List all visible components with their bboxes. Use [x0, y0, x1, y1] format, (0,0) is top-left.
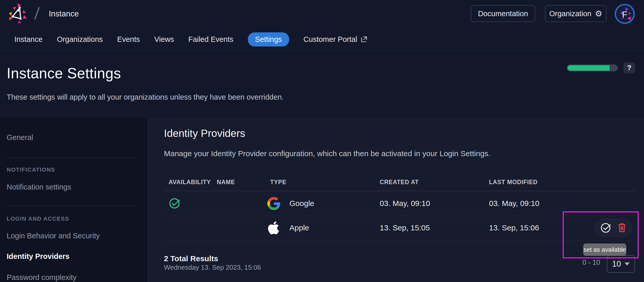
section-heading: Identity Providers — [164, 127, 245, 139]
tab-settings[interactable]: Settings — [248, 32, 289, 46]
available-check-icon — [169, 197, 181, 209]
sidebar-group-login-and-access: LOGIN AND ACCESS — [7, 215, 69, 222]
last-modified-cell: 13. Sep, 15:06 — [489, 223, 539, 232]
organization-button-label: Organization — [549, 10, 591, 18]
zitadel-console: { "topbar": { "breadcrumb": "Instance", … — [0, 0, 644, 282]
sidebar-item-notification-settings[interactable]: Notification settings — [7, 183, 71, 191]
identity-providers-panel: Identity Providers Manage your Identity … — [148, 117, 644, 282]
table-row-apple[interactable]: Apple 13. Sep, 15:05 13. Sep, 15:06 — [164, 216, 636, 240]
page-title: Instance Settings — [7, 65, 121, 82]
tab-events[interactable]: Events — [117, 35, 140, 44]
tab-views-label: Views — [154, 35, 174, 44]
apple-logo-icon — [268, 220, 279, 235]
tab-failed-events-label: Failed Events — [188, 35, 233, 44]
table-row-google[interactable]: Google 03. May, 09:10 03. May, 09:10 — [164, 191, 636, 216]
zitadel-logo-icon[interactable] — [7, 3, 28, 24]
type-cell: Google — [289, 199, 314, 208]
col-last-modified: LAST MODIFIED — [489, 179, 538, 186]
sidebar-divider — [7, 205, 136, 206]
delete-icon — [617, 223, 627, 233]
external-link-icon — [361, 36, 367, 43]
col-type: TYPE — [270, 179, 286, 186]
sidebar-divider — [7, 157, 136, 158]
last-modified-cell: 03. May, 09:10 — [489, 199, 539, 208]
set-available-icon — [600, 222, 612, 233]
set-available-tooltip: set as available — [583, 243, 626, 256]
page-subtitle: These settings will apply to all your or… — [7, 93, 284, 101]
tab-customer-portal-label: Customer Portal — [304, 35, 357, 44]
documentation-button-label: Documentation — [478, 10, 528, 18]
settings-sidebar: General NOTIFICATIONS Notification setti… — [0, 117, 148, 282]
quota-progress-fill — [568, 65, 610, 71]
dropdown-caret-icon — [625, 262, 630, 266]
help-button-label: ? — [627, 64, 631, 72]
results-timestamp: Wednesday 13. Sep 2023, 15:06 — [164, 264, 261, 271]
created-at-cell: 03. May, 09:10 — [380, 199, 430, 208]
tab-customer-portal[interactable]: Customer Portal — [304, 35, 368, 44]
pagination-range: 0 - 10 — [582, 259, 600, 267]
tab-failed-events[interactable]: Failed Events — [188, 35, 233, 44]
total-results: 2 Total Results — [164, 254, 218, 263]
google-logo-icon — [267, 197, 280, 210]
sidebar-item-login-behavior[interactable]: Login Behavior and Security — [7, 232, 100, 240]
col-created-at: CREATED AT — [380, 179, 419, 186]
tab-views[interactable]: Views — [154, 35, 174, 44]
page-size-dropdown[interactable]: 10 — [607, 255, 635, 273]
delete-button[interactable] — [617, 223, 627, 233]
tab-instance[interactable]: Instance — [14, 35, 43, 44]
section-description: Manage your Identity Provider configurat… — [164, 149, 490, 158]
created-at-cell: 13. Sep, 15:05 — [380, 223, 430, 232]
quota-progress-bar — [567, 64, 618, 71]
gear-icon: ⚙ — [595, 10, 602, 18]
sidebar-item-general[interactable]: General — [7, 133, 33, 142]
avatar-initial: F — [616, 10, 633, 20]
set-available-button[interactable] — [600, 222, 612, 233]
row-actions — [595, 219, 632, 237]
tooltip-text: set as available — [583, 246, 626, 253]
tab-organizations[interactable]: Organizations — [57, 35, 103, 44]
tab-events-label: Events — [117, 35, 140, 44]
user-avatar[interactable]: F — [615, 4, 635, 24]
sidebar-item-identity-providers[interactable]: Identity Providers — [7, 252, 70, 261]
documentation-button[interactable]: Documentation — [471, 5, 535, 22]
organization-button[interactable]: Organization ⚙ — [545, 5, 607, 22]
help-button[interactable]: ? — [623, 62, 635, 73]
tab-organizations-label: Organizations — [57, 35, 103, 44]
page-size-value: 10 — [612, 259, 621, 269]
type-cell: Apple — [289, 223, 309, 232]
top-bar: Instance Documentation Organization ⚙ F — [0, 0, 644, 28]
nav-tabs: Instance Organizations Events Views Fail… — [14, 28, 367, 50]
tab-settings-label: Settings — [255, 35, 282, 44]
col-availability: AVAILABILITY — [169, 179, 211, 186]
breadcrumb-slash — [34, 7, 40, 20]
tab-instance-label: Instance — [14, 35, 43, 44]
breadcrumb: Instance — [49, 9, 79, 18]
instance-nav: Instance Organizations Events Views Fail… — [0, 28, 644, 50]
col-name: NAME — [217, 179, 235, 186]
sidebar-item-password-complexity[interactable]: Password complexity — [7, 273, 76, 282]
sidebar-group-notifications: NOTIFICATIONS — [7, 166, 55, 173]
table-bottom-divider — [164, 240, 636, 240]
